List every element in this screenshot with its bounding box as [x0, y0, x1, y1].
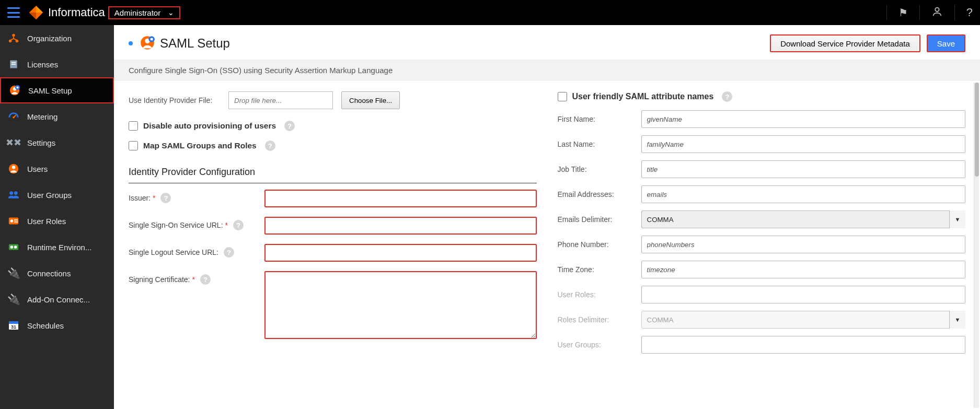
sso-url-label: Single Sign-On Service URL:	[129, 221, 223, 229]
user-icon[interactable]	[931, 6, 943, 20]
disable-autoprov-label: Disable auto provisioning of users	[143, 121, 276, 131]
required-indicator: *	[225, 221, 228, 229]
help-icon[interactable]: ?	[233, 220, 244, 230]
map-groups-checkbox[interactable]	[129, 141, 138, 150]
brand: Informatica	[28, 5, 105, 20]
svg-point-16	[12, 166, 15, 169]
sidebar-item-runtime-env[interactable]: Runtime Environ...	[0, 234, 114, 260]
sidebar-item-label: Licenses	[27, 60, 58, 69]
brand-name: Informatica	[48, 6, 105, 19]
sidebar-item-schedules[interactable]: 31 Schedules	[0, 312, 114, 338]
slo-url-input[interactable]	[264, 244, 537, 262]
first-name-input[interactable]	[641, 110, 966, 128]
email-input[interactable]	[641, 185, 966, 203]
choose-file-button[interactable]: Choose File...	[341, 91, 400, 109]
sidebar-item-label: Runtime Environ...	[27, 243, 91, 252]
menu-icon[interactable]	[7, 7, 20, 18]
sidebar-item-users[interactable]: Users	[0, 156, 114, 182]
phone-input[interactable]	[641, 236, 966, 253]
save-button[interactable]: Save	[927, 34, 965, 52]
idp-file-drop-input[interactable]	[228, 91, 333, 109]
roles-delim-select: COMMA	[641, 311, 966, 329]
required-indicator: *	[192, 275, 195, 284]
svg-point-20	[10, 219, 13, 223]
sidebar-item-user-roles[interactable]: User Roles	[0, 208, 114, 234]
page-title: SAML Setup	[160, 36, 230, 51]
scrollbar[interactable]	[974, 83, 979, 408]
disable-autoprov-checkbox[interactable]	[129, 121, 138, 131]
sidebar-item-label: Add-On Connec...	[27, 295, 90, 304]
svg-point-24	[10, 246, 13, 249]
form-right-column: User friendly SAML attribute names ? Fir…	[558, 91, 966, 388]
svg-marker-1	[36, 6, 43, 13]
sidebar-item-label: User Groups	[27, 191, 72, 200]
app-switcher[interactable]: Administrator ⌄	[108, 6, 180, 19]
sidebar-item-user-groups[interactable]: User Groups	[0, 182, 114, 208]
idp-config-section-title: Identity Provider Configuration	[129, 167, 537, 183]
page-icon	[140, 36, 155, 52]
svg-rect-21	[14, 219, 18, 220]
app-switcher-label: Administrator	[114, 8, 160, 17]
svg-point-17	[9, 191, 13, 195]
sidebar-item-licenses[interactable]: Licenses	[0, 51, 114, 77]
job-title-input[interactable]	[641, 160, 966, 178]
issuer-input[interactable]	[264, 190, 537, 207]
svg-point-14	[13, 116, 15, 119]
sidebar-item-metering[interactable]: Metering	[0, 103, 114, 130]
svg-rect-9	[11, 64, 16, 65]
sidebar-item-label: User Roles	[27, 217, 66, 226]
svg-text:31: 31	[11, 324, 16, 330]
tz-input[interactable]	[641, 261, 966, 278]
sidebar-item-saml-setup[interactable]: SAML Setup	[0, 77, 114, 103]
sidebar-item-label: Organization	[27, 34, 72, 43]
signing-cert-textarea[interactable]	[264, 271, 537, 339]
svg-point-3	[935, 7, 939, 11]
brand-logo-icon	[28, 5, 44, 20]
svg-rect-32	[151, 38, 153, 40]
sidebar-item-organization[interactable]: Organization	[0, 25, 114, 51]
schedules-icon: 31	[7, 319, 20, 332]
sidebar-item-connections[interactable]: 🔌 Connections	[0, 260, 114, 286]
help-icon[interactable]: ?	[200, 274, 211, 285]
last-name-input[interactable]	[641, 135, 966, 153]
email-label: Email Addresses:	[558, 190, 641, 198]
last-name-label: Last Name:	[558, 140, 641, 148]
user-groups-input[interactable]	[641, 336, 966, 354]
scrollbar-thumb[interactable]	[975, 83, 979, 177]
map-groups-label: Map SAML Groups and Roles	[143, 141, 257, 150]
help-icon[interactable]: ?	[265, 141, 275, 151]
sidebar-item-settings[interactable]: ✖✖ Settings	[0, 130, 114, 156]
form-left-column: Use Identity Provider File: Choose File.…	[129, 91, 537, 388]
topbar-right: ⚑ ?	[886, 5, 973, 20]
help-icon[interactable]: ?	[966, 6, 973, 19]
user-roles-input[interactable]	[641, 286, 966, 303]
settings-icon: ✖✖	[7, 136, 20, 149]
svg-rect-8	[11, 62, 16, 63]
unsaved-indicator-icon	[129, 41, 133, 45]
help-icon[interactable]: ?	[224, 247, 234, 258]
download-metadata-button[interactable]: Download Service Provider Metadata	[770, 34, 920, 52]
sso-url-input[interactable]	[264, 217, 537, 235]
slo-url-label: Single Logout Service URL:	[129, 248, 218, 256]
cert-label: Signing Certificate:	[129, 275, 190, 284]
friendly-names-checkbox[interactable]	[558, 92, 567, 101]
roles-delim-label: Roles Delimiter:	[558, 315, 641, 324]
help-icon[interactable]: ?	[722, 91, 732, 102]
issuer-label: Issuer:	[129, 194, 151, 202]
svg-point-18	[14, 191, 18, 195]
emails-delim-label: Emails Delimiter:	[558, 215, 641, 224]
addon-icon: 🔌	[7, 293, 20, 306]
phone-label: Phone Number:	[558, 240, 641, 249]
user-roles-icon	[7, 215, 20, 227]
help-icon[interactable]: ?	[284, 121, 295, 131]
sidebar-item-label: SAML Setup	[28, 86, 72, 95]
flag-icon[interactable]: ⚑	[898, 6, 908, 19]
connections-icon: 🔌	[7, 267, 20, 279]
emails-delim-select[interactable]: COMMA	[641, 211, 966, 228]
saml-icon	[8, 84, 21, 97]
help-icon[interactable]: ?	[160, 193, 171, 203]
job-title-label: Job Title:	[558, 165, 641, 173]
sidebar-item-addon-connectors[interactable]: 🔌 Add-On Connec...	[0, 286, 114, 312]
svg-rect-27	[9, 321, 18, 324]
users-icon	[7, 162, 20, 175]
